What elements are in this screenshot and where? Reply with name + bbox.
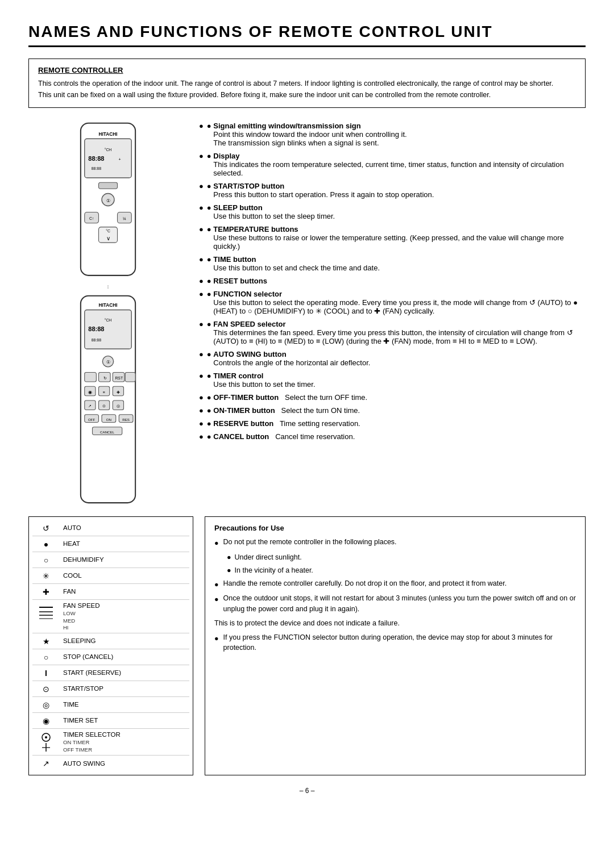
rc-paragraph-1: This controls the operation of the indoo… [38,78,576,89]
annotation-sleep: ● SLEEP button Use this button to set th… [199,203,586,220]
svg-rect-25 [85,373,97,382]
ann-signal-title: Signal emitting window/transmission sign [213,122,360,130]
legend-icon-dehumidify: ○ [32,554,60,566]
ann-sleep-title: SLEEP button [213,203,262,212]
legend-row-autoswing: ↗ AUTO SWING [32,756,189,771]
page-title: NAMES AND FUNCTIONS OF REMOTE CONTROL UN… [28,23,586,47]
page-number: – 6 – [28,787,586,795]
svg-text:①: ① [106,360,110,365]
ann-reset-title: RESET buttons [213,277,267,285]
prec-item-2: ● Handle the remote controller carefully… [214,578,576,590]
remote-bottom-diagram: HITACHI °CH 88:88 88:88 ① ↻ RST ◉ [77,294,139,505]
legend-timerselector-on: ON TIMER [63,739,189,746]
diagram-spacer: ↕ [28,283,188,290]
precautions-title: Precautions for Use [214,524,576,532]
legend-label-timerselector: TIMER SELECTOR ON TIMER OFF TIMER [60,731,189,753]
ann-startstop-text: Press this button to start operation. Pr… [213,190,434,199]
ann-fanspeed-text: This determines the fan speed. Every tim… [213,328,572,345]
svg-rect-7 [99,182,118,189]
svg-text:⊙: ⊙ [102,404,106,408]
legend-fanspeed-hi: HI [63,624,189,631]
svg-text:HITACHI: HITACHI [99,303,118,308]
legend-label-timerset: TIMER SET [60,716,189,725]
legend-row-stop: ○ STOP (CANCEL) [32,649,189,665]
prec-sub-2: In the vicinity of a heater. [227,565,576,576]
ann-ontimer-text: Select the turn ON time. [281,406,360,415]
legend-label-stop: STOP (CANCEL) [60,653,189,661]
legend-icon-heat: ● [32,539,60,550]
ann-fanspeed-title: FAN SPEED selector [213,320,285,328]
annotation-startstop: ● START/STOP button Press this button to… [199,182,586,199]
ann-timer-title: TIMER control [213,372,263,380]
legend-row-heat: ● HEAT [32,536,189,552]
legend-label-autoswing: AUTO SWING [60,760,189,768]
prec-item-1: ● Do not put the remote controller in th… [214,537,576,549]
svg-text:HITACHI: HITACHI [99,132,118,137]
legend-row-auto: ↺ AUTO [32,520,189,536]
svg-text:88:88: 88:88 [88,326,104,332]
annotation-temperature: ● TEMPERATURE buttons Use these buttons … [199,225,586,251]
svg-text:¼: ¼ [123,216,126,220]
prec-text-1: Do not put the remote controller in the … [223,537,397,548]
legend-icon-startstop: ⊙ [32,683,60,695]
legend-row-dehumidify: ○ DEHUMIDIFY [32,552,189,568]
legend-label-startstop: START/STOP [60,685,189,693]
legend-fanspeed-main: FAN SPEED [63,602,189,610]
ann-function-text: Use this button to select the operating … [213,298,578,315]
ann-autoswing-title: AUTO SWING button [213,350,286,358]
legend-icon-cool: ✳ [32,570,60,582]
legend-icon-autoswing: ↗ [32,758,60,769]
svg-text:88:88: 88:88 [92,166,101,170]
svg-text:+: + [119,157,121,161]
annotation-display: ● Display This indicates the room temper… [199,152,586,177]
svg-text:RST: RST [115,376,123,380]
svg-text:✚: ✚ [117,390,120,394]
legend-label-fanspeed: FAN SPEED LOW MED HI [60,602,189,631]
legend-icon-fan: ✚ [32,586,60,598]
prec-item-3: ● Once the outdoor unit stops, it will n… [214,593,576,615]
svg-text:CANCEL: CANCEL [100,430,115,434]
ann-offtimer-title: OFF-TIMER button [213,393,279,402]
svg-text:°CH: °CH [105,318,112,322]
annotation-signal: ● Signal emitting window/transmission si… [199,122,586,147]
rc-paragraph-2: This unit can be fixed on a wall using t… [38,89,576,101]
legend-row-start: I START (RESERVE) [32,665,189,681]
svg-text:≡: ≡ [103,390,105,394]
annotation-autoswing: ● AUTO SWING button Controls the angle o… [199,350,586,367]
svg-text:RES: RES [122,418,130,422]
legend-timerselector-off: OFF TIMER [63,746,189,753]
svg-text:°CH: °CH [105,148,112,152]
legend-icon-time: ◎ [32,699,60,711]
ann-autoswing-text: Controls the angle of the horizontal air… [213,358,370,367]
legend-row-cool: ✳ COOL [32,568,189,584]
annotation-timer: ● TIMER control Use this button to set t… [199,372,586,389]
ann-offtimer-text: Select the turn OFF time. [285,393,367,402]
svg-text:◉: ◉ [88,390,92,395]
main-content-area: HITACHI °CH 88:88 + 88:88 ① C↑ ¼ °C [28,122,586,505]
ann-time-text: Use this button to set and check the tim… [213,264,380,272]
ann-function-title: FUNCTION selector [213,290,282,298]
remote-controller-section: REMOTE CONTROLLER This controls the oper… [28,59,586,108]
ann-display-title: Display [213,152,239,160]
legend-icon-fanspeed [32,602,60,624]
annotation-cancel: ● CANCEL button Cancel time reservation. [199,432,586,441]
ann-sleep-text: Use this button to set the sleep timer. [213,212,335,220]
ann-timer-text: Use this button to set the timer. [213,380,315,389]
ann-signal-text: Point this window toward the indoor unit… [213,130,406,147]
diagram-column: HITACHI °CH 88:88 + 88:88 ① C↑ ¼ °C [28,122,188,505]
prec-item-5: ● If you press the FUNCTION selector but… [214,632,576,654]
annotation-offtimer: ● OFF-TIMER button Select the turn OFF t… [199,393,586,402]
ann-reserve-text: Time setting reservation. [280,419,360,428]
legend-fanspeed-low: LOW [63,610,189,617]
prec-text-5: If you press the FUNCTION selector butto… [223,632,576,654]
legend-row-startstop: ⊙ START/STOP [32,681,189,697]
legend-label-fan: FAN [60,587,189,596]
svg-text:◎: ◎ [117,404,120,408]
ann-temp-title: TEMPERATURE buttons [213,225,298,233]
legend-label-heat: HEAT [60,540,189,548]
prec-text-4: This is to protect the device and does n… [214,618,576,629]
svg-text:°C: °C [106,229,110,233]
legend-fanspeed-med: MED [63,617,189,624]
legend-row-sleeping: ★ SLEEPING [32,633,189,649]
annotation-reserve: ● RESERVE button Time setting reservatio… [199,419,586,428]
